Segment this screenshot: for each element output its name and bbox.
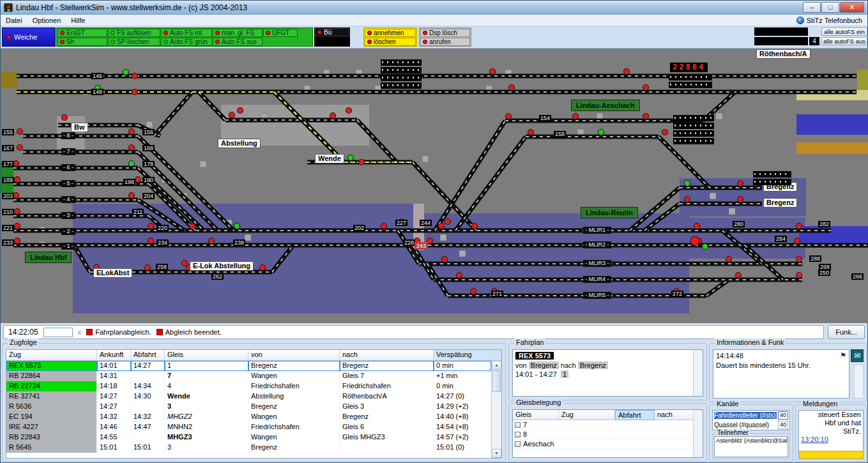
signal-red[interactable] [795, 238, 800, 244]
switch-indicator[interactable] [200, 161, 206, 167]
toolbar-button-sh[interactable]: Sh [57, 38, 107, 46]
switch-indicator[interactable] [146, 121, 153, 128]
signal-number-204[interactable]: 204 [142, 193, 155, 199]
signal-red[interactable] [685, 197, 690, 202]
signal-red[interactable] [62, 115, 68, 121]
signal-green[interactable] [129, 161, 135, 167]
signal-number-243[interactable]: 243 [415, 242, 428, 250]
switch-indicator[interactable] [716, 113, 722, 119]
toolbar-button-fs-aufl-sen[interactable]: FS auflösen [108, 29, 160, 37]
signal-red[interactable] [135, 177, 141, 183]
signal-green[interactable] [598, 130, 604, 135]
signal-red[interactable] [148, 224, 154, 229]
signal-number-190[interactable]: 190 [142, 177, 155, 183]
signal-number-233[interactable]: 233 [2, 239, 14, 246]
column-header-von[interactable]: von [248, 350, 340, 361]
signal-red[interactable] [209, 238, 215, 244]
toolbar-button-annehmen[interactable]: annehmen [365, 29, 416, 37]
scroll-down-icon[interactable]: ▼ [492, 449, 501, 458]
signal-number-238[interactable]: 238 [233, 239, 245, 246]
train-search-input[interactable] [43, 328, 73, 337]
signal-number-202[interactable]: 202 [353, 225, 365, 231]
expand-icon[interactable] [515, 432, 521, 437]
funk-send-button[interactable]: ✉ [851, 349, 864, 362]
telefonbuch-link[interactable]: StiTz Telefonbuch [796, 17, 867, 24]
zugfolge-row-RB-22864[interactable]: RB 2286414:317WangenGleis 7+1 min [6, 371, 491, 381]
signal-number-168[interactable]: 168 [142, 145, 155, 151]
signal-number-156[interactable]: 156 [142, 129, 155, 135]
weiche-button[interactable]: Weiche [2, 27, 56, 47]
signal-number-288[interactable]: 288 [809, 255, 821, 262]
signal-number-228[interactable]: 228 [403, 239, 415, 246]
column-header-abfahrt[interactable]: Abfahrt [131, 350, 165, 361]
signal-red[interactable] [445, 219, 451, 225]
menu-datei[interactable]: Datei [1, 16, 27, 25]
toolbar-button-dsp-l-sch[interactable]: Dsp lösch [420, 29, 470, 37]
signal-number-198[interactable]: 198 [123, 179, 135, 185]
signal-number-266[interactable]: 266 [851, 273, 864, 280]
signal-number-221[interactable]: 221 [2, 225, 14, 231]
signal-red[interactable] [509, 85, 515, 91]
toolbar-button-sp-l-schen[interactable]: SP löschen [108, 38, 160, 46]
toolbar-button-auto-fs-aus[interactable]: Auto FS aus [213, 38, 263, 46]
gleis-column-zug[interactable]: Zug [559, 410, 615, 420]
fahrplan-list[interactable]: REX 5573 von Bregenz nach Bregenz 14:01 … [512, 349, 703, 397]
column-header-ankunft[interactable]: Ankunft [97, 350, 131, 361]
gleis-row-aeschach[interactable]: Aeschach [513, 439, 703, 449]
signal-red[interactable] [662, 130, 668, 135]
signal-red[interactable] [132, 89, 138, 95]
toolbar-button-auto-fs-rot[interactable]: Auto FS rot [161, 29, 212, 37]
signal-red[interactable] [573, 114, 579, 119]
gleis-column-abfahrt[interactable]: Abfahrt [615, 410, 655, 420]
signal-green[interactable] [234, 224, 240, 229]
signal-number-262[interactable]: 262 [211, 273, 224, 280]
signal-number-155[interactable]: 155 [2, 129, 14, 135]
signal-red[interactable] [439, 224, 445, 229]
menu-optionen[interactable]: Optionen [27, 16, 66, 25]
signal-red[interactable] [330, 113, 336, 119]
signal-red[interactable] [132, 73, 138, 79]
zugfolge-row-RB-22843[interactable]: RB 2284314:55MHGZ3WangenGleis MHGZ314:57… [6, 432, 491, 443]
toolbar-button-löschen[interactable]: löschen [365, 38, 416, 46]
signal-number-203[interactable]: 203 [2, 193, 14, 199]
teilnehmer-list[interactable]: Astenblitz (Astenblitz@Sal [714, 436, 788, 457]
fahrplan-scrollbar[interactable] [693, 350, 703, 396]
signal-number-210[interactable]: 210 [2, 209, 14, 215]
zugfolge-row-REX-5573[interactable]: REX 557314:0114:271BregenzBregenz0 min [6, 361, 491, 371]
signal-number-272[interactable]: 272 [671, 291, 683, 297]
signal-red[interactable] [796, 273, 802, 278]
teilnehmer-entry[interactable]: Astenblitz (Astenblitz@Sal [715, 437, 788, 444]
signal-red[interactable] [15, 224, 20, 229]
switch-indicator[interactable] [459, 250, 466, 257]
zugfolge-row-IRE-4227[interactable]: IRE 422714:4614:47MNHN2FriedrichshafenGl… [6, 422, 491, 432]
signal-number-211[interactable]: 211 [132, 209, 144, 215]
signal-number-220[interactable]: 220 [156, 225, 169, 231]
signal-red[interactable] [229, 112, 235, 118]
signal-red[interactable] [694, 224, 700, 229]
signal-red[interactable] [528, 130, 534, 135]
info-list[interactable]: 14:14:48 ⚑ Dauert bis mindestens 15 Uhr. [713, 349, 849, 398]
signal-red[interactable] [471, 289, 476, 294]
signal-number-280[interactable]: 280 [733, 221, 745, 227]
signal-number-146[interactable]: 146 [91, 73, 103, 79]
signal-red[interactable] [15, 177, 20, 183]
zugfolge-row-EC-194[interactable]: EC 19414:3214:32MHGZ2WangenBregenz14:40 … [6, 412, 491, 422]
signal-red[interactable] [690, 236, 699, 245]
signal-red[interactable] [796, 257, 802, 262]
switch-indicator[interactable] [422, 156, 429, 162]
scroll-up-icon[interactable]: ▲ [492, 361, 501, 370]
signal-red[interactable] [129, 193, 135, 199]
zugfolge-row-R-5645[interactable]: R 564515:0115:013Bregenz15:01 (0) [6, 443, 491, 453]
alle-autofs-ein-button[interactable]: alle autoFS ein [821, 27, 867, 36]
signal-red[interactable] [643, 114, 649, 119]
signal-number-178[interactable]: 178 [142, 161, 155, 167]
signal-number-189[interactable]: 189 [2, 177, 14, 183]
signal-number-167[interactable]: 167 [2, 145, 14, 151]
signal-number-250[interactable]: 250 [818, 269, 830, 276]
expand-icon[interactable] [515, 422, 521, 428]
signal-number-148[interactable]: 148 [91, 89, 103, 95]
minimize-button[interactable]: – [803, 2, 821, 13]
signal-red[interactable] [346, 108, 352, 114]
meldung-timestamp-link[interactable]: 13:20:10 [799, 436, 830, 443]
signal-red[interactable] [490, 69, 496, 75]
